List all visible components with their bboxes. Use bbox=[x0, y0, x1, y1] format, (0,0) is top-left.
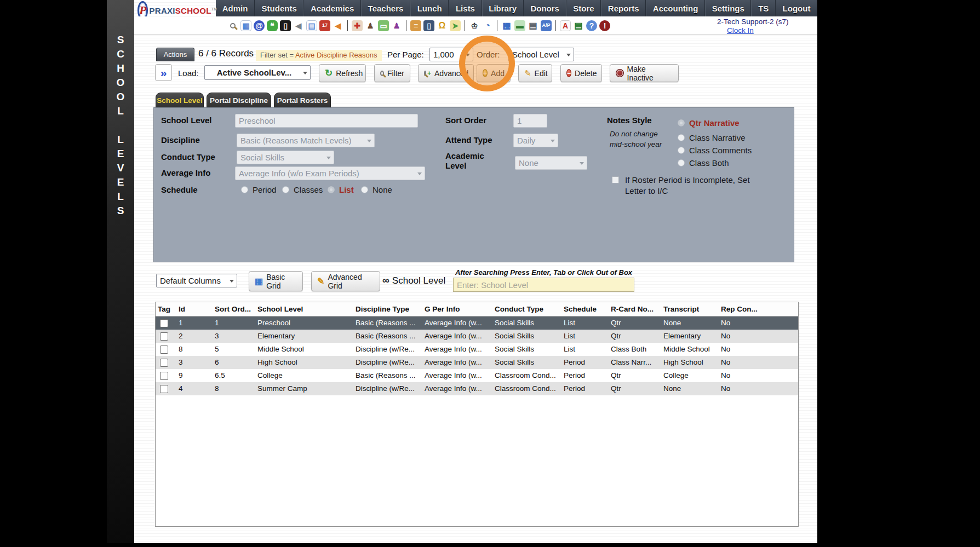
email-icon[interactable]: @ bbox=[254, 20, 265, 31]
col-school-level[interactable]: School Level bbox=[255, 302, 353, 316]
binder-icon[interactable]: ▯ bbox=[423, 20, 434, 31]
nav-ts[interactable]: TS bbox=[751, 0, 775, 16]
schedule-classes-label[interactable]: Classes bbox=[294, 185, 323, 194]
chat-icon[interactable]: ❝ bbox=[267, 20, 278, 31]
schedule-period-radio[interactable] bbox=[241, 186, 248, 193]
clock-in-link[interactable]: Clock In bbox=[727, 26, 754, 34]
nav-teachers[interactable]: Teachers bbox=[361, 0, 410, 16]
row-checkbox[interactable] bbox=[160, 346, 168, 354]
notes-class-narrative-radio[interactable] bbox=[678, 134, 685, 141]
data-grid-icon[interactable]: ▦ bbox=[501, 20, 512, 31]
col-sort-order[interactable]: Sort Ord... bbox=[213, 302, 255, 316]
register-icon[interactable]: ▤ bbox=[573, 20, 584, 31]
row-checkbox[interactable] bbox=[160, 385, 168, 393]
notes-qtr-narrative-label[interactable]: Qtr Narrative bbox=[689, 118, 740, 128]
table-row[interactable]: 23 ElementaryBasic (Reasons ... Average … bbox=[156, 330, 798, 343]
staff-icon[interactable]: ♔ bbox=[469, 20, 480, 31]
bell-icon[interactable]: Ω bbox=[437, 20, 448, 31]
notes-class-both-radio[interactable] bbox=[678, 159, 685, 166]
lunch-icon[interactable]: ≡ bbox=[410, 20, 421, 31]
ap-icon[interactable]: A/P bbox=[541, 20, 552, 31]
tab-portal-discipline[interactable]: Portal Discipline bbox=[207, 93, 271, 108]
nav-admin[interactable]: Admin bbox=[216, 0, 255, 16]
school-level-input[interactable]: Preschool bbox=[235, 114, 418, 128]
conduct-type-select[interactable]: Social Skills bbox=[237, 151, 334, 164]
nav-students[interactable]: Students bbox=[255, 0, 303, 16]
help-icon[interactable]: ? bbox=[586, 20, 597, 31]
student-icon[interactable]: ♟ bbox=[365, 20, 376, 31]
attend-type-select[interactable]: Daily bbox=[513, 134, 558, 147]
nav-library[interactable]: Library bbox=[482, 0, 524, 16]
nav-lists[interactable]: Lists bbox=[449, 0, 482, 16]
family-icon[interactable]: ♟ bbox=[391, 20, 402, 31]
basic-grid-button[interactable]: ▦ Basic Grid bbox=[249, 271, 303, 291]
schedule-none-radio[interactable] bbox=[361, 186, 368, 193]
discipline-select[interactable]: Basic (Reasons Match Levels) bbox=[237, 134, 375, 147]
actions-button[interactable]: Actions bbox=[156, 48, 194, 61]
notes-qtr-narrative-radio[interactable] bbox=[678, 119, 685, 126]
nav-settings[interactable]: Settings bbox=[705, 0, 751, 16]
nav-lunch[interactable]: Lunch bbox=[410, 0, 449, 16]
per-page-select[interactable]: 1,000 bbox=[429, 48, 473, 61]
notes-class-comments-label[interactable]: Class Comments bbox=[689, 146, 752, 155]
send-note-icon[interactable]: ➤ bbox=[450, 20, 461, 31]
col-g-per-info[interactable]: G Per Info bbox=[422, 302, 492, 316]
notes-class-both-label[interactable]: Class Both bbox=[689, 158, 729, 168]
schedule-period-label[interactable]: Period bbox=[253, 185, 276, 194]
power-alert-icon[interactable]: ! bbox=[599, 20, 610, 31]
speaker-icon[interactable]: ◀ bbox=[293, 20, 304, 31]
nav-reports[interactable]: Reports bbox=[601, 0, 646, 16]
col-transcript[interactable]: Transcript bbox=[661, 302, 719, 316]
advanced-grid-button[interactable]: ✎ Advanced Grid bbox=[311, 271, 380, 291]
tab-school-level[interactable]: School Level bbox=[156, 93, 204, 108]
phone-icon[interactable]: ▯ bbox=[280, 20, 291, 31]
nav-logout[interactable]: Logout bbox=[776, 0, 817, 16]
table-row[interactable]: 11 PreschoolBasic (Reasons ... Average I… bbox=[156, 316, 798, 330]
filter-button[interactable]: Filter bbox=[374, 64, 410, 82]
calendar-grid-icon[interactable]: ▦ bbox=[240, 20, 251, 31]
table-row[interactable]: 48 Summer CampDiscipline (w/Re... Averag… bbox=[156, 382, 798, 395]
schedule-none-label[interactable]: None bbox=[372, 185, 392, 194]
expand-button[interactable]: » bbox=[155, 64, 172, 81]
pdf-icon[interactable]: A bbox=[560, 20, 571, 31]
col-conduct-type[interactable]: Conduct Type bbox=[492, 302, 561, 316]
date-icon[interactable]: 17 bbox=[319, 20, 330, 31]
tab-portal-rosters[interactable]: Portal Rosters bbox=[274, 93, 331, 108]
tickets-icon[interactable]: ▭ bbox=[378, 20, 389, 31]
nav-donors[interactable]: Donors bbox=[524, 0, 566, 16]
notes-class-comments-radio[interactable] bbox=[678, 147, 685, 154]
col-id[interactable]: Id bbox=[176, 302, 213, 316]
edit-button[interactable]: ✎ Edit bbox=[518, 64, 552, 82]
nav-academics[interactable]: Academics bbox=[303, 0, 361, 16]
print-export-icon[interactable]: ▤ bbox=[528, 20, 538, 31]
notes-class-narrative-label[interactable]: Class Narrative bbox=[689, 133, 746, 142]
schedule-classes-radio[interactable] bbox=[282, 186, 289, 193]
academic-level-select[interactable]: None bbox=[515, 156, 587, 170]
add-button[interactable]: + Add bbox=[477, 64, 511, 82]
col-tag[interactable]: Tag bbox=[156, 302, 176, 316]
table-row[interactable]: 96.5 CollegeBasic (Reasons ... Average I… bbox=[156, 369, 798, 382]
add-student-icon[interactable]: ✚ bbox=[352, 20, 363, 31]
delete-button[interactable]: − Delete bbox=[560, 64, 602, 82]
col-rcard-no[interactable]: R-Card No... bbox=[609, 302, 661, 316]
advanced-button[interactable]: + Advanced bbox=[418, 64, 474, 82]
nav-store[interactable]: Store bbox=[566, 0, 601, 16]
payment-icon[interactable]: ▬ bbox=[514, 20, 525, 31]
megaphone-icon[interactable]: ◀ bbox=[333, 20, 343, 31]
search-icon[interactable] bbox=[227, 20, 238, 31]
table-row[interactable]: 36 High SchoolDiscipline (w/Re... Averag… bbox=[156, 356, 798, 369]
refresh-button[interactable]: ↻ Refresh bbox=[319, 64, 366, 82]
roster-incomplete-label[interactable]: If Roster Period is Incomplete, Set Lett… bbox=[625, 175, 752, 197]
table-row[interactable]: 85 Middle SchoolDiscipline (w/Re... Aver… bbox=[156, 343, 798, 356]
col-schedule[interactable]: Schedule bbox=[561, 302, 609, 316]
row-checkbox[interactable] bbox=[160, 319, 168, 327]
row-checkbox[interactable] bbox=[160, 359, 168, 367]
columns-select[interactable]: Default Columns bbox=[156, 274, 237, 287]
order-select[interactable]: School Level bbox=[508, 48, 574, 61]
col-discipline-type[interactable]: Discipline Type bbox=[353, 302, 422, 316]
alarm-clock-icon[interactable]: ◔ bbox=[482, 20, 493, 31]
col-rep-con[interactable]: Rep Con... bbox=[719, 302, 761, 316]
school-level-search-input[interactable] bbox=[453, 278, 634, 292]
average-info-select[interactable]: Average Info (w/o Exam Periods) bbox=[235, 166, 425, 180]
make-inactive-button[interactable]: Make Inactive bbox=[610, 64, 679, 82]
